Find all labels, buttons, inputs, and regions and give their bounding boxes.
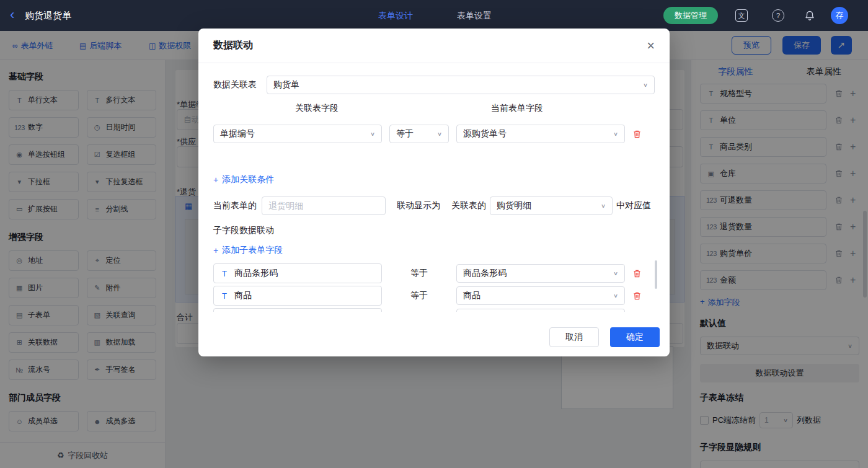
subfield-target-dropdown[interactable]: ∨ bbox=[456, 309, 625, 312]
cancel-button[interactable]: 取消 bbox=[549, 327, 599, 347]
add-subfield-label: 添加子表单字段 bbox=[222, 245, 283, 256]
subfield-linkage-title: 子字段数据联动 bbox=[213, 225, 655, 236]
mapping-prefix: 当前表单的 bbox=[213, 200, 257, 211]
subfield-source-label: 商品 bbox=[234, 290, 252, 301]
chevron-down-icon: ∨ bbox=[613, 131, 618, 137]
chevron-down-icon: ∨ bbox=[643, 82, 648, 88]
bell-icon[interactable] bbox=[804, 9, 816, 22]
subfield-source-field[interactable] bbox=[213, 308, 382, 312]
tab-form-settings[interactable]: 表单设置 bbox=[457, 0, 492, 31]
text-field-icon: T bbox=[220, 269, 229, 278]
confirm-button[interactable]: 确定 bbox=[610, 327, 660, 347]
subfield-target-value: 商品条形码 bbox=[463, 268, 507, 279]
related-detail-dropdown[interactable]: 购货明细 ∨ bbox=[490, 196, 613, 215]
related-detail-value: 购货明细 bbox=[497, 200, 531, 211]
chevron-down-icon: ∨ bbox=[601, 203, 606, 209]
chevron-down-icon: ∨ bbox=[370, 131, 375, 137]
data-manage-button[interactable]: 数据管理 bbox=[663, 7, 718, 24]
condition-value-value: 源购货单号 bbox=[463, 128, 507, 139]
dialog-scrollbar[interactable] bbox=[655, 260, 657, 289]
delete-subfield-icon[interactable] bbox=[632, 291, 642, 301]
help-icon[interactable]: ? bbox=[772, 9, 784, 22]
related-table-field-header: 关联表字段 bbox=[295, 103, 339, 114]
subfield-mapping-row: ∨ bbox=[213, 308, 655, 312]
mapping-suffix: 中对应值 bbox=[616, 200, 651, 211]
relation-table-row: 数据关联表 购货单 ∨ bbox=[213, 76, 655, 94]
translate-icon[interactable]: 文 bbox=[735, 9, 748, 22]
condition-value-dropdown[interactable]: 源购货单号 ∨ bbox=[456, 125, 625, 143]
subfield-operator: 等于 bbox=[389, 290, 449, 301]
tab-form-design[interactable]: 表单设计 bbox=[378, 0, 413, 31]
condition-operator-value: 等于 bbox=[396, 128, 414, 139]
chevron-down-icon: ∨ bbox=[437, 131, 442, 137]
subfield-source-field[interactable]: T 商品 bbox=[213, 286, 382, 306]
subfield-source-label: 商品条形码 bbox=[234, 268, 278, 279]
back-icon[interactable]: ‹ bbox=[10, 0, 14, 30]
text-field-icon: T bbox=[220, 291, 229, 301]
data-linkage-dialog: 数据联动 × 数据关联表 购货单 ∨ 关联表字段 当前表单字段 单据编号 ∨ 等… bbox=[198, 29, 670, 356]
plus-icon: + bbox=[213, 245, 218, 255]
mapping-field-input[interactable] bbox=[262, 196, 386, 215]
relation-table-dropdown[interactable]: 购货单 ∨ bbox=[267, 76, 655, 94]
add-condition-link[interactable]: + 添加关联条件 bbox=[213, 174, 655, 185]
chevron-down-icon: ∨ bbox=[613, 270, 618, 276]
condition-operator-dropdown[interactable]: 等于 ∨ bbox=[389, 125, 449, 143]
current-form-field-header: 当前表单字段 bbox=[491, 103, 543, 114]
condition-row: 单据编号 ∨ 等于 ∨ 源购货单号 ∨ bbox=[213, 125, 655, 143]
relation-table-label: 数据关联表 bbox=[213, 79, 267, 91]
add-condition-label: 添加关联条件 bbox=[222, 174, 274, 185]
condition-field-value: 单据编号 bbox=[220, 128, 255, 139]
condition-field-dropdown[interactable]: 单据编号 ∨ bbox=[213, 125, 382, 143]
dialog-header: 数据联动 × bbox=[198, 29, 670, 63]
dialog-body: 数据关联表 购货单 ∨ 关联表字段 当前表单字段 单据编号 ∨ 等于 ∨ 源购货… bbox=[198, 63, 670, 312]
condition-column-headers: 关联表字段 当前表单字段 bbox=[213, 103, 655, 115]
add-subfield-link[interactable]: + 添加子表单字段 bbox=[213, 245, 655, 256]
dialog-title: 数据联动 bbox=[213, 39, 253, 52]
mapping-related-label: 关联表的 bbox=[451, 200, 486, 211]
subfield-target-value: 商品 bbox=[463, 290, 480, 301]
dialog-footer: 取消 确定 bbox=[549, 327, 660, 347]
relation-table-value: 购货单 bbox=[273, 79, 299, 91]
plus-icon: + bbox=[213, 175, 218, 185]
avatar[interactable]: 存 bbox=[831, 7, 848, 24]
close-icon[interactable]: × bbox=[647, 39, 655, 53]
subfield-source-field[interactable]: T 商品条形码 bbox=[213, 263, 382, 283]
subfield-target-dropdown[interactable]: 商品 ∨ bbox=[456, 286, 625, 305]
mapping-display-as: 联动显示为 bbox=[397, 200, 440, 211]
subfield-operator: 等于 bbox=[389, 268, 449, 279]
chevron-down-icon: ∨ bbox=[613, 293, 618, 299]
subfield-mapping-row: T 商品 等于 商品 ∨ bbox=[213, 286, 655, 306]
subfield-mapping-row: T 商品条形码 等于 商品条形码 ∨ bbox=[213, 263, 655, 283]
mapping-row: 当前表单的 联动显示为 关联表的 购货明细 ∨ 中对应值 bbox=[213, 196, 655, 215]
app-header: ‹ 购货退货单 表单设计 表单设置 数据管理 文 ? 存 bbox=[0, 0, 868, 31]
delete-condition-icon[interactable] bbox=[632, 130, 642, 139]
subfield-mapping-list: T 商品条形码 等于 商品条形码 ∨ T 商品 bbox=[213, 263, 655, 312]
delete-subfield-icon[interactable] bbox=[632, 269, 642, 278]
page-title: 购货退货单 bbox=[25, 0, 71, 31]
subfield-target-dropdown[interactable]: 商品条形码 ∨ bbox=[456, 264, 625, 283]
